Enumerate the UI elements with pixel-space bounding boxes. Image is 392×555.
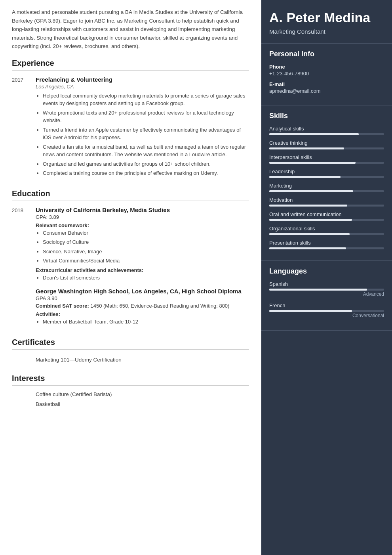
bullet-item: Wrote promotional texts and 20+ professi… [43,109,249,124]
activities-list: Member of Basketball Team, Grade 10-12 [36,318,249,326]
skills-section: Skills Analytical skills Creative thinki… [261,105,392,261]
email-label: E-mail [269,81,384,87]
cert-item-0: Marketing 101—Udemy Certification [36,355,249,364]
skill-name: Motivation [269,197,384,203]
personal-info-title: Personal Info [269,50,384,58]
sidebar-header: A. Peter Medina Marketing Consultant [261,0,392,44]
skill-name: Interpersonal skills [269,154,384,160]
right-column: A. Peter Medina Marketing Consultant Per… [261,0,392,555]
extra-item: Dean's List all semesters [43,274,249,282]
skill-bar-fill [269,147,344,149]
interest-1: Basketball [36,401,249,407]
coursework-item: Sociology of Culture [43,238,249,246]
skill-bar-fill [269,233,350,235]
phone-label: Phone [269,64,384,70]
skill-bar-fill [269,219,352,221]
skill-bar-bg [269,147,384,149]
extra-list: Dean's List all semesters [36,274,249,282]
language-item: French Conversational [269,302,384,318]
language-level: Advanced [269,291,384,297]
coursework-item: Science, Narrative, Image [43,248,249,256]
email-value: apmedina@email.com [269,88,384,94]
resume-page: A motivated and personable student pursu… [0,0,392,555]
skill-bar-bg [269,233,384,235]
skill-item: Analytical skills [269,126,384,135]
skill-item: Organizational skills [269,226,384,235]
bullet-item: Helped local community develop marketing… [43,92,249,107]
sidebar-job-title: Marketing Consultant [269,28,384,35]
experience-year-0: 2017 [12,76,36,180]
cert-year [12,355,36,364]
skill-bar-bg [269,176,384,178]
education-entry-0: 2018 University of California Berkeley, … [12,207,249,284]
sat-line: Combined SAT score: 1450 (Math: 650, Evi… [36,303,249,309]
bullet-item: Created a fan site for a musical band, a… [43,143,249,159]
experience-title-0: Freelancing & Volunteering [36,76,249,83]
language-bar-fill [269,310,352,312]
language-bar-bg [269,310,384,312]
certificate-entry: Marketing 101—Udemy Certification [12,355,249,364]
skill-item: Presentation skills [269,240,384,249]
languages-list: Spanish Advanced French Conversational [269,281,384,318]
language-level: Conversational [269,313,384,318]
skill-bar-bg [269,190,384,192]
education-gpa-1: GPA 3.90 [36,295,249,301]
language-name: Spanish [269,281,384,287]
skill-item: Interpersonal skills [269,154,384,164]
interests-content: Coffee culture (Certified Barista) Baske… [36,391,249,411]
sidebar-name: A. Peter Medina [269,10,384,26]
language-name: French [269,302,384,308]
education-year-1 [12,288,36,328]
education-section: Education 2018 University of California … [12,189,249,328]
skill-item: Leadership [269,168,384,178]
interests-entry: Coffee culture (Certified Barista) Baske… [12,391,249,411]
languages-section: Languages Spanish Advanced French Conver… [261,261,392,331]
skill-name: Creative thinking [269,140,384,146]
skill-bar-fill [269,247,346,249]
experience-content-0: Freelancing & Volunteering Los Angeles, … [36,76,249,180]
skills-list: Analytical skills Creative thinking Inte… [269,126,384,249]
extra-label: Extracurricular activities and achieveme… [36,267,249,273]
summary-text: A motivated and personable student pursu… [12,8,249,51]
education-title-0: University of California Berkeley, Media… [36,207,249,213]
skill-bar-bg [269,219,384,221]
skill-item: Motivation [269,197,384,207]
cert-content: Marketing 101—Udemy Certification [36,355,249,364]
skill-name: Oral and written communication [269,211,384,217]
education-gpa-0: GPA: 3.89 [36,214,249,220]
experience-bullets-0: Helped local community develop marketing… [36,92,249,177]
skill-bar-fill [269,162,356,164]
skill-bar-fill [269,133,359,135]
education-title-1: George Washington High School, Los Angel… [36,288,249,295]
activity-item: Member of Basketball Team, Grade 10-12 [43,318,249,326]
skill-bar-bg [269,162,384,164]
coursework-item: Virtual Communities/Social Media [43,257,249,265]
certificates-section: Certificates Marketing 101—Udemy Certifi… [12,338,249,364]
education-entry-1: George Washington High School, Los Angel… [12,288,249,328]
phone-value: +1-23-456-78900 [269,71,384,77]
skill-name: Marketing [269,183,384,189]
interests-title: Interests [12,374,249,386]
skill-bar-bg [269,205,384,207]
personal-info-section: Personal Info Phone +1-23-456-78900 E-ma… [261,44,392,105]
language-bar-bg [269,289,384,291]
education-title: Education [12,189,249,201]
skill-bar-bg [269,133,384,135]
skill-item: Oral and written communication [269,211,384,221]
sat-label: Combined SAT score: [36,303,90,309]
interests-year [12,391,36,411]
sat-value: 1450 (Math: 650, Evidence-Based Reading … [90,303,229,309]
coursework-list: Consumer Behavior Sociology of Culture S… [36,229,249,265]
skill-bar-fill [269,205,347,207]
skill-item: Marketing [269,183,384,192]
bullet-item: Completed a training course on the princ… [43,169,249,177]
language-item: Spanish Advanced [269,281,384,297]
skill-item: Creative thinking [269,140,384,149]
experience-entry-0: 2017 Freelancing & Volunteering Los Ange… [12,76,249,180]
certificates-title: Certificates [12,338,249,350]
languages-title: Languages [269,267,384,276]
bullet-item: Organized and led games and activities f… [43,160,249,168]
language-bar-fill [269,289,367,291]
education-content-0: University of California Berkeley, Media… [36,207,249,284]
activities-label: Activities: [36,311,249,317]
